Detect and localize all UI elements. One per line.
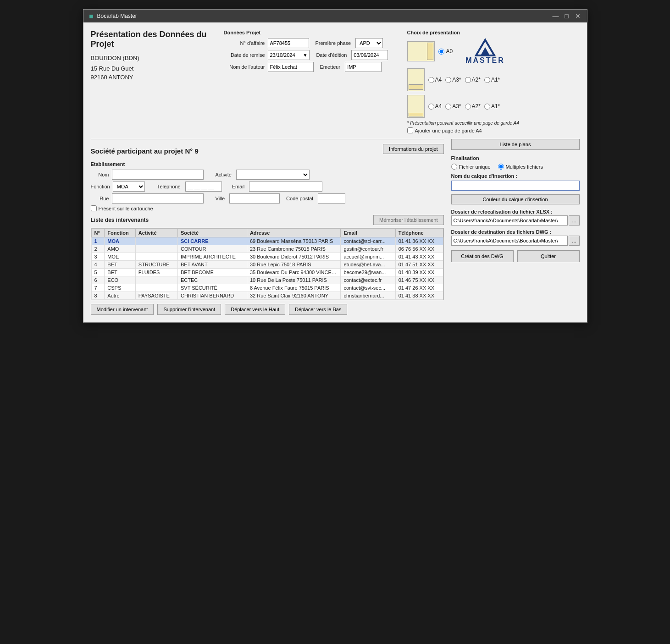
label-a4-row3: A4 xyxy=(435,103,442,110)
society-title: Société participant au projet N° 9 xyxy=(91,147,199,155)
col-num: N° xyxy=(91,229,105,237)
label-a3-row2: A3* xyxy=(452,77,461,83)
paper-preview-row3 xyxy=(407,95,425,118)
present-cartouche-label: Présent sur le cartouche xyxy=(99,206,153,211)
table-header-row: N° Fonction Activité Société Adresse Ema… xyxy=(91,229,443,237)
radio-a3-row3[interactable] xyxy=(445,104,451,110)
intervenants-table: N° Fonction Activité Société Adresse Ema… xyxy=(91,228,443,300)
table-row[interactable]: 7CSPSSVT SÉCURITÉ8 Avenue Félix Faure 75… xyxy=(91,284,443,292)
multiples-fichiers-label: Multiples fichiers xyxy=(506,164,543,170)
date-remise-input[interactable] xyxy=(269,50,302,60)
col-societe: Société xyxy=(177,229,247,237)
browse-dwg-button[interactable]: ... xyxy=(569,236,579,246)
radio-a1-row2[interactable] xyxy=(484,77,490,83)
option-a3-row3: A3* xyxy=(445,103,461,110)
table-row[interactable]: 3MOEIMPRIME ARCHITECTE30 Boulevard Dider… xyxy=(91,253,443,261)
option-a4-row3: A4 xyxy=(428,103,442,110)
quitter-button[interactable]: Quitter xyxy=(517,250,580,262)
option-a1-row3: A1* xyxy=(484,103,500,110)
telephone-input[interactable] xyxy=(185,182,222,192)
maximize-button[interactable]: □ xyxy=(563,12,570,20)
radio-fichier-unique[interactable] xyxy=(451,164,457,170)
deplacer-haut-button[interactable]: Déplacer vers le Haut xyxy=(225,304,285,315)
finalisation-radio-row: Fichier unique Multiples fichiers xyxy=(451,164,580,170)
radio-multiples-fichiers[interactable] xyxy=(498,164,504,170)
creation-dwg-button[interactable]: Création des DWG xyxy=(451,250,514,262)
ville-label: Ville xyxy=(216,196,225,201)
master-logo-icon xyxy=(474,38,497,56)
paper-preview-row2 xyxy=(407,68,425,91)
num-affaire-input[interactable] xyxy=(268,38,309,48)
paper-row-2: A4 A3* A2* xyxy=(407,68,519,91)
date-edition-label: Date d'édition xyxy=(316,52,347,58)
project-info-section: Présentation des Données du Projet BOURD… xyxy=(91,30,215,133)
paper-options-row2: A4 A3* A2* xyxy=(428,77,500,83)
table-row[interactable]: 8AutrePAYSAGISTECHRISTIAN BERNARD32 Rue … xyxy=(91,292,443,300)
ajouter-garde-label: Ajouter une page de garde A4 xyxy=(415,128,482,133)
col-activite: Activité xyxy=(135,229,177,237)
radio-a0[interactable] xyxy=(438,49,444,55)
activite-label: Activité xyxy=(216,172,232,177)
table-row[interactable]: 5BETFLUIDESBET BECOME35 Boulevard Du Par… xyxy=(91,269,443,276)
right-panel: Liste de plans Finalisation Fichier uniq… xyxy=(451,139,580,315)
ajouter-garde-checkbox[interactable] xyxy=(407,127,413,133)
note-presentation: * Présentation pouvant accueillir une pa… xyxy=(407,121,519,126)
date-edition-input[interactable] xyxy=(351,50,388,60)
titlebar-controls: — □ ✕ xyxy=(552,12,581,20)
radio-a2-row3[interactable] xyxy=(465,104,471,110)
fonction-label: Fonction xyxy=(91,184,110,189)
fichier-unique-label: Fichier unique xyxy=(459,164,491,170)
premiere-phase-select[interactable]: APD ESQ AVP PRO DCE xyxy=(355,38,383,48)
table-row[interactable]: 1MOASCI CARRE69 Boulevard Masséna 75013 … xyxy=(91,237,443,245)
supprimer-button[interactable]: Supprimer l'intervenant xyxy=(157,304,221,315)
rue-label: Rue xyxy=(91,196,109,201)
close-button[interactable]: ✕ xyxy=(574,12,581,20)
bottom-content: Société participant au projet N° 9 Infor… xyxy=(91,139,580,315)
radio-a2-row2[interactable] xyxy=(465,77,471,83)
email-input[interactable] xyxy=(249,182,322,192)
dossier-xlsx-input[interactable] xyxy=(451,215,568,226)
rue-input[interactable] xyxy=(112,193,204,204)
browse-xlsx-button[interactable]: ... xyxy=(569,215,579,226)
table-row[interactable]: 4BETSTRUCTUREBET AVANT30 Rue Lepic 75018… xyxy=(91,261,443,269)
nom-activite-row: Nom Activité STRUCTURE FLUIDES PAYSAGIST… xyxy=(91,170,444,180)
date-remise-calendar-button[interactable]: ▼ xyxy=(302,53,309,58)
nom-input[interactable] xyxy=(112,170,204,180)
nom-auteur-input[interactable] xyxy=(268,62,314,72)
option-a2-row2: A2* xyxy=(465,77,481,83)
table-row[interactable]: 6ECOECTEC10 Rue De La Poste 75011 PARISc… xyxy=(91,276,443,284)
bottom-buttons-row: Création des DWG Quitter xyxy=(451,250,580,262)
table-row[interactable]: 2AMOCONTOUR23 Rue Cambronne 75015 PARISg… xyxy=(91,245,443,253)
app-title: Bocarlab Master xyxy=(97,13,137,19)
society-section: Société participant au projet N° 9 Infor… xyxy=(91,139,444,211)
paper-format-options: A0 MASTER xyxy=(407,38,519,133)
svg-marker-1 xyxy=(481,47,490,55)
ville-input[interactable] xyxy=(229,193,280,204)
fichier-unique-option: Fichier unique xyxy=(451,164,491,170)
paper-row-a0: A0 MASTER xyxy=(407,38,519,65)
dossier-dwg-input[interactable] xyxy=(451,236,568,246)
radio-a1-row3[interactable] xyxy=(484,104,490,110)
modifier-button[interactable]: Modifier un intervenant xyxy=(91,304,154,315)
label-a0: A0 xyxy=(446,48,453,55)
radio-a4-row2[interactable] xyxy=(428,77,434,83)
radio-a3-row2[interactable] xyxy=(445,77,451,83)
deplacer-bas-button[interactable]: Déplacer vers le Bas xyxy=(289,304,348,315)
finalisation-title: Finalisation xyxy=(451,155,580,161)
memoriser-button[interactable]: Mémoriser l'établissement xyxy=(373,215,443,225)
activite-select[interactable]: STRUCTURE FLUIDES PAYSAGISTE xyxy=(236,170,310,180)
code-postal-label: Code postal xyxy=(286,196,313,201)
code-postal-input[interactable] xyxy=(318,193,345,204)
radio-a4-row3[interactable] xyxy=(428,104,434,110)
liste-plans-button[interactable]: Liste de plans xyxy=(451,139,580,150)
couleur-button[interactable]: Couleur du calque d'insertion xyxy=(451,194,580,204)
donnees-projet-section: Données Projet N° d'affaire Première pha… xyxy=(224,30,398,133)
emetteur-input[interactable] xyxy=(345,62,382,72)
minimize-button[interactable]: — xyxy=(552,12,559,20)
calque-input[interactable] xyxy=(451,181,580,191)
present-cartouche-checkbox[interactable] xyxy=(91,205,97,211)
date-remise-row: Date de remise ▼ Date d'édition xyxy=(224,50,398,60)
fonction-select[interactable]: MOA AMO MOE BET ECO CSPS Autre xyxy=(113,182,145,192)
col-adresse: Adresse xyxy=(247,229,341,237)
info-projet-button[interactable]: Informations du projet xyxy=(383,144,443,154)
